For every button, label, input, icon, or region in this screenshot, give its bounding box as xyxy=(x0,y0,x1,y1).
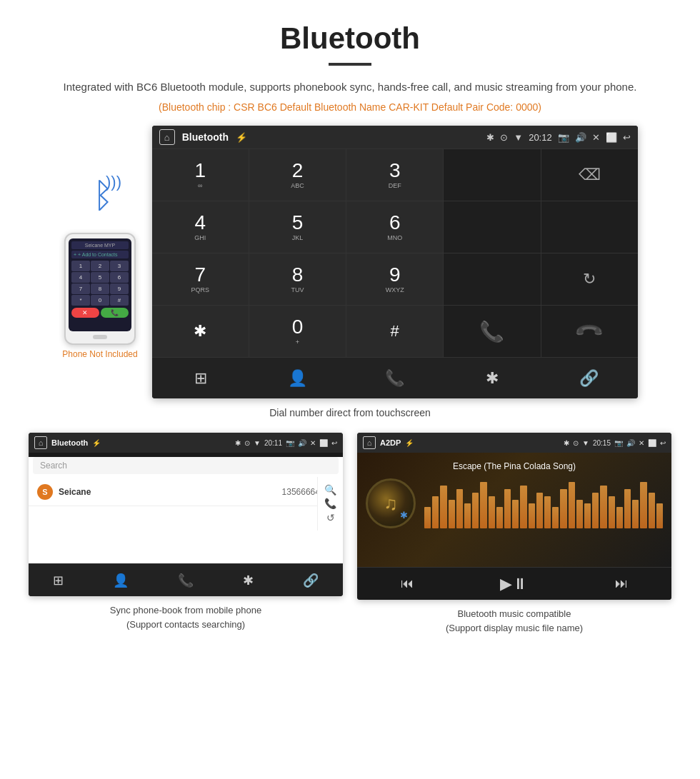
status-bar-left: ⌂ Bluetooth ⚡ xyxy=(159,129,247,145)
dial-key-star[interactable]: ✱ xyxy=(152,306,249,357)
dial-key-4[interactable]: 4 GHI xyxy=(152,201,249,253)
dial-key-7[interactable]: 7 PQRS xyxy=(152,253,249,305)
music-back-icon[interactable]: ↩ xyxy=(660,439,666,447)
phone-mock-end-call[interactable]: ✕ xyxy=(71,308,99,318)
waveform-bar xyxy=(432,496,439,528)
music-vol-icon[interactable]: 🔊 xyxy=(626,439,635,447)
pb-refresh-icon[interactable]: ↺ xyxy=(326,512,335,523)
pb-tb-calls[interactable]: 📞 xyxy=(178,573,194,588)
music-status-right: ✱ ⊙ ▼ 20:15 📷 🔊 ✕ ⬜ ↩ xyxy=(564,439,666,447)
volume-icon[interactable]: 🔊 xyxy=(575,132,586,143)
dial-key-0[interactable]: 0 + xyxy=(249,306,346,357)
pb-tb-bluetooth[interactable]: ✱ xyxy=(243,573,254,588)
home-button[interactable]: ⌂ xyxy=(159,129,175,145)
waveform-bar xyxy=(584,503,591,528)
back-icon[interactable]: ↩ xyxy=(623,132,631,143)
phone-key-4[interactable]: 4 xyxy=(71,272,90,283)
pb-toolbar: ⊞ 👤 📞 ✱ 🔗 xyxy=(29,563,343,596)
pb-search-bar[interactable]: Search xyxy=(33,457,339,474)
music-close-icon[interactable]: ✕ xyxy=(639,439,644,447)
phone-mock-home-button[interactable] xyxy=(93,335,107,339)
title-underline xyxy=(329,63,371,66)
close-icon[interactable]: ✕ xyxy=(592,132,600,143)
dial-key-3[interactable]: 3 DEF xyxy=(346,149,443,201)
phone-mock-screen: Seicane MYP + + Add to Contacts 1 2 3 4 … xyxy=(69,238,131,331)
dial-key-2[interactable]: 2 ABC xyxy=(249,149,346,201)
music-usb-icon: ⚡ xyxy=(405,439,414,447)
pb-search-icon[interactable]: 🔍 xyxy=(324,484,336,496)
waveform-bar xyxy=(560,489,566,528)
music-prev-button[interactable]: ⏮ xyxy=(401,576,414,591)
pb-back-icon[interactable]: ↩ xyxy=(331,439,337,447)
dial-key-8[interactable]: 8 TUV xyxy=(249,253,346,305)
pb-win-icon[interactable]: ⬜ xyxy=(319,439,328,447)
toolbar-bluetooth-button[interactable]: ✱ xyxy=(471,358,514,398)
phone-key-1[interactable]: 1 xyxy=(71,261,90,271)
music-main-content: Escape (The Pina Colada Song) ♫ ✱ xyxy=(357,453,671,567)
music-play-pause-button[interactable]: ▶⏸ xyxy=(500,575,528,593)
status-time: 20:12 xyxy=(529,132,552,143)
toolbar-link-button[interactable]: 🔗 xyxy=(568,358,611,398)
phone-mock-call[interactable]: 📞 xyxy=(101,308,129,318)
pb-tb-contacts[interactable]: 👤 xyxy=(113,573,129,588)
dial-key-6[interactable]: 6 MNO xyxy=(346,201,443,253)
pb-home-btn[interactable]: ⌂ xyxy=(34,436,47,449)
music-screen: ⌂ A2DP ⚡ ✱ ⊙ ▼ 20:15 📷 🔊 ✕ ⬜ ↩ E xyxy=(357,433,671,600)
pb-contact-seicane[interactable]: S Seicane 13566664466 xyxy=(29,478,343,506)
phone-key-2[interactable]: 2 xyxy=(91,261,109,271)
phone-mock: Seicane MYP + + Add to Contacts 1 2 3 4 … xyxy=(64,233,136,345)
waveform-bar xyxy=(440,486,446,528)
phone-key-6[interactable]: 6 xyxy=(110,272,129,283)
dial-key-call-green[interactable]: 📞 xyxy=(444,306,540,357)
pb-tb-dialpad[interactable]: ⊞ xyxy=(53,573,64,588)
pb-title: Bluetooth xyxy=(51,438,88,447)
music-loc-icon: ⊙ xyxy=(573,439,579,447)
pb-content-wrapper: Search S Seicane 13566664466 🔍 📞 ↺ xyxy=(29,457,343,563)
phone-key-3[interactable]: 3 xyxy=(110,261,129,271)
phonebook-caption: Sync phone-book from mobile phone (Suppo… xyxy=(110,603,261,631)
dial-key-backspace[interactable]: ⌫ xyxy=(541,149,638,201)
dial-key-5[interactable]: 5 JKL xyxy=(249,201,346,253)
waveform-bar xyxy=(449,500,455,528)
music-cam-icon[interactable]: 📷 xyxy=(614,439,623,447)
specs-line: (Bluetooth chip : CSR BC6 Default Blueto… xyxy=(0,101,700,113)
phone-key-9[interactable]: 9 xyxy=(110,283,129,294)
phone-key-hash[interactable]: # xyxy=(110,295,129,306)
waveform-bar xyxy=(520,486,526,528)
phone-illustration: ᛒ ))) Seicane MYP + + Add to Contacts 1 … xyxy=(62,169,137,359)
toolbar-calls-button[interactable]: 📞 xyxy=(374,358,416,398)
dial-key-9[interactable]: 9 WXYZ xyxy=(346,253,443,305)
phone-key-7[interactable]: 7 xyxy=(71,283,90,294)
pb-close-icon[interactable]: ✕ xyxy=(310,439,316,447)
page-title: Bluetooth xyxy=(0,0,700,63)
window-icon[interactable]: ⬜ xyxy=(606,132,617,143)
pb-cam-icon[interactable]: 📷 xyxy=(286,439,294,447)
music-home-btn[interactable]: ⌂ xyxy=(363,436,376,449)
pb-call-icon[interactable]: 📞 xyxy=(324,498,336,509)
music-content-row: ♫ ✱ xyxy=(366,478,663,528)
waveform-bar xyxy=(536,493,543,528)
phone-key-star[interactable]: * xyxy=(71,295,90,306)
waveform-bar xyxy=(640,482,646,528)
phonebook-screenshot: ⌂ Bluetooth ⚡ ✱ ⊙ ▼ 20:11 📷 🔊 ✕ ⬜ ↩ xyxy=(29,433,343,635)
music-bt-icon: ✱ xyxy=(564,439,569,447)
toolbar-contacts-button[interactable]: 👤 xyxy=(276,358,319,398)
bluetooth-logo-area: ᛒ ))) xyxy=(71,169,129,226)
pb-tb-link[interactable]: 🔗 xyxy=(303,573,319,588)
dial-key-redial[interactable]: ↻ xyxy=(541,253,638,305)
music-win-icon[interactable]: ⬜ xyxy=(648,439,656,447)
subtitle: Integrated with BC6 Bluetooth module, su… xyxy=(0,79,700,96)
pb-vol-icon[interactable]: 🔊 xyxy=(298,439,306,447)
dial-key-empty-2 xyxy=(444,201,540,253)
toolbar-dialpad-button[interactable]: ⊞ xyxy=(179,358,222,398)
phone-key-0[interactable]: 0 xyxy=(91,295,109,306)
dial-key-hash[interactable]: # xyxy=(346,306,443,357)
dial-key-call-red[interactable]: 📞 xyxy=(541,306,638,357)
music-controls: ⏮ ▶⏸ ⏭ xyxy=(357,567,671,600)
phone-key-8[interactable]: 8 xyxy=(91,283,109,294)
music-note-icon: ♫ xyxy=(384,493,398,515)
camera-icon[interactable]: 📷 xyxy=(558,132,569,143)
dial-key-1[interactable]: 1 ∞ xyxy=(152,149,249,201)
music-next-button[interactable]: ⏭ xyxy=(615,576,628,591)
phone-key-5[interactable]: 5 xyxy=(91,272,109,283)
